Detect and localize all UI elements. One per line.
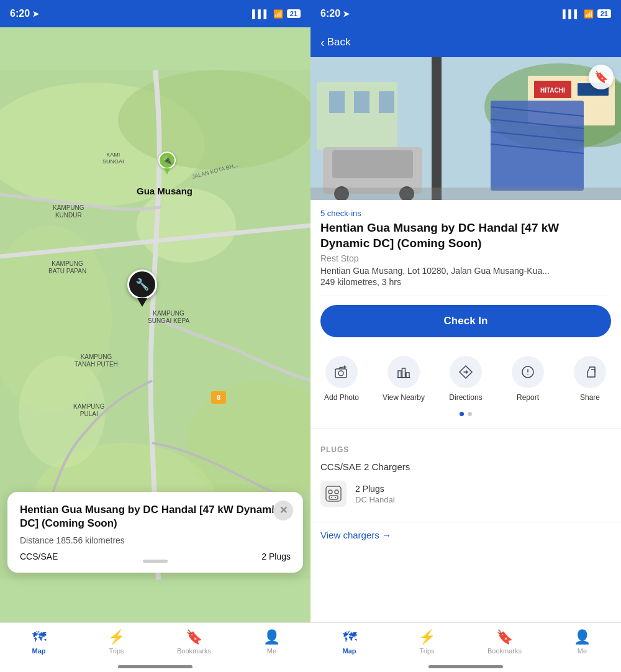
share-icon-circle [574, 356, 606, 388]
photo-svg: HITACHI [310, 57, 621, 200]
plug-count-text: 2 Plugs [355, 484, 395, 494]
nav-map-label: Map [32, 647, 46, 655]
bookmarks-icon: 🔖 [186, 629, 202, 645]
right-nav-me-label: Me [578, 647, 587, 655]
plug-info: 2 Plugs DC Handal [355, 484, 395, 504]
nav-bookmarks-right[interactable]: 🔖 Bookmarks [466, 628, 543, 655]
home-indicator-left [118, 665, 193, 668]
action-buttons-row: Add Photo View Nearby [310, 346, 621, 409]
chevron-left-icon: ‹ [320, 35, 325, 50]
svg-rect-20 [432, 57, 442, 200]
right-trips-icon: ⚡ [419, 629, 435, 645]
pin-tail [137, 298, 147, 307]
check-in-button[interactable]: Check In [320, 305, 611, 337]
nav-bookmarks-label: Bookmarks [177, 647, 211, 655]
plug-brand-text: DC Handal [355, 495, 395, 504]
plug-type-header: CCS/SAE 2 Chargers [320, 461, 611, 472]
svg-point-32 [338, 371, 343, 376]
nearby-icon [396, 365, 411, 379]
svg-point-38 [329, 490, 332, 494]
svg-point-2 [118, 70, 310, 170]
svg-rect-31 [335, 369, 347, 378]
bookmark-icon: 🔖 [594, 70, 608, 84]
scroll-indicator [143, 560, 168, 563]
map-view[interactable]: JALAN KOTA BH... 🔌 🔧 KAMISUNGAI Gua Musa… [0, 27, 310, 622]
ccs-sae-icon [324, 484, 343, 504]
view-nearby-label: View Nearby [383, 393, 425, 402]
nav-map-right[interactable]: 🗺 Map [310, 628, 388, 655]
gua-musang-label: Gua Musang [137, 186, 193, 196]
add-photo-button[interactable]: Add Photo [310, 351, 373, 407]
dark-pin-circle: 🔧 [127, 270, 157, 299]
right-wifi-icon: 📶 [584, 9, 594, 19]
right-status-time: 6:20 ➤ [320, 8, 350, 19]
nav-trips-left[interactable]: ⚡ Trips [78, 628, 155, 655]
close-button[interactable]: ✕ [273, 501, 293, 520]
green-pin-circle: 🔌 [158, 152, 176, 169]
share-button[interactable]: Share [559, 351, 621, 407]
share-icon [582, 365, 597, 379]
checkins-count: 5 check-ins [310, 200, 621, 220]
svg-rect-34 [402, 368, 406, 378]
wrench-icon: 🔧 [135, 278, 149, 291]
svg-rect-40 [329, 496, 338, 499]
nav-me-label: Me [267, 647, 276, 655]
nav-me-right[interactable]: 👤 Me [543, 628, 621, 655]
kampung-kundur-label: KAMPUNGKUNDUR [53, 204, 84, 219]
separator-1 [320, 296, 611, 296]
nav-map-left[interactable]: 🗺 Map [0, 628, 78, 655]
report-label: Report [517, 393, 539, 402]
station-address: Hentian Gua Musang, Lot 10280, Jalan Gua… [310, 266, 621, 277]
station-title: Hentian Gua Musang by DC Handal [47 kW D… [310, 220, 621, 253]
svg-rect-35 [406, 373, 409, 378]
svg-rect-27 [332, 150, 413, 178]
nav-trips-label: Trips [109, 647, 124, 655]
bottom-card-title: Hentian Gua Musang by DC Handal [47 kW D… [20, 503, 291, 530]
svg-rect-13 [329, 91, 345, 113]
back-button[interactable]: ‹ Back [320, 35, 350, 50]
right-map-icon: 🗺 [343, 629, 356, 645]
trips-icon: ⚡ [108, 629, 125, 645]
right-location-icon: ➤ [343, 9, 350, 19]
svg-point-42 [335, 497, 336, 498]
bottom-card-distance: Distance 185.56 kilometres [20, 535, 291, 545]
dot-1 [460, 412, 464, 416]
nav-bookmarks-left[interactable]: 🔖 Bookmarks [155, 628, 233, 655]
right-panel: 6:20 ➤ ▌▌▌ 📶 21 ‹ Back [310, 0, 621, 672]
kami-sungai-pin[interactable]: 🔌 [158, 152, 176, 175]
report-button[interactable]: Report [497, 351, 559, 407]
right-bottom-nav: 🗺 Map ⚡ Trips 🔖 Bookmarks 👤 Me [310, 622, 621, 672]
wifi-icon: 📶 [273, 9, 283, 19]
view-nearby-button[interactable]: View Nearby [373, 351, 435, 407]
green-pin-tail [164, 168, 170, 175]
plug-count: 2 Plugs [261, 552, 291, 561]
right-me-icon: 👤 [574, 629, 591, 645]
photo-placeholder: HITACHI [310, 57, 621, 200]
right-header: ‹ Back [310, 27, 621, 57]
left-status-icons: ▌▌▌ 📶 21 [252, 9, 301, 19]
plugs-section: PLUGS CCS/SAE 2 Chargers 2 Plugs DC Han [310, 437, 621, 514]
add-photo-icon-circle [325, 356, 358, 388]
svg-text:HITACHI: HITACHI [540, 87, 565, 94]
left-time-text: 6:20 [10, 8, 30, 19]
directions-icon [458, 365, 473, 379]
svg-rect-14 [354, 91, 369, 113]
report-icon-circle [512, 356, 544, 388]
station-photo: HITACHI 🔖 [310, 57, 621, 200]
bookmark-button[interactable]: 🔖 [589, 65, 614, 89]
plugs-title: PLUGS [320, 445, 611, 454]
plug-connector-icon [320, 481, 347, 507]
right-signal-icon: ▌▌▌ [563, 9, 580, 19]
nav-trips-right[interactable]: ⚡ Trips [388, 628, 466, 655]
right-time-text: 6:20 [320, 8, 340, 19]
view-chargers-link[interactable]: View chargers → [310, 530, 621, 550]
page-dots [310, 409, 621, 421]
plug-item: 2 Plugs DC Handal [320, 478, 611, 509]
nav-me-left[interactable]: 👤 Me [233, 628, 310, 655]
directions-button[interactable]: Directions [435, 351, 497, 407]
station-distance: 249 kilometres, 3 hrs [310, 277, 621, 296]
svg-point-6 [137, 188, 236, 263]
route-badge-8: 8 [211, 391, 226, 404]
charger-pin[interactable]: 🔧 [127, 270, 157, 307]
directions-icon-circle [450, 356, 482, 388]
